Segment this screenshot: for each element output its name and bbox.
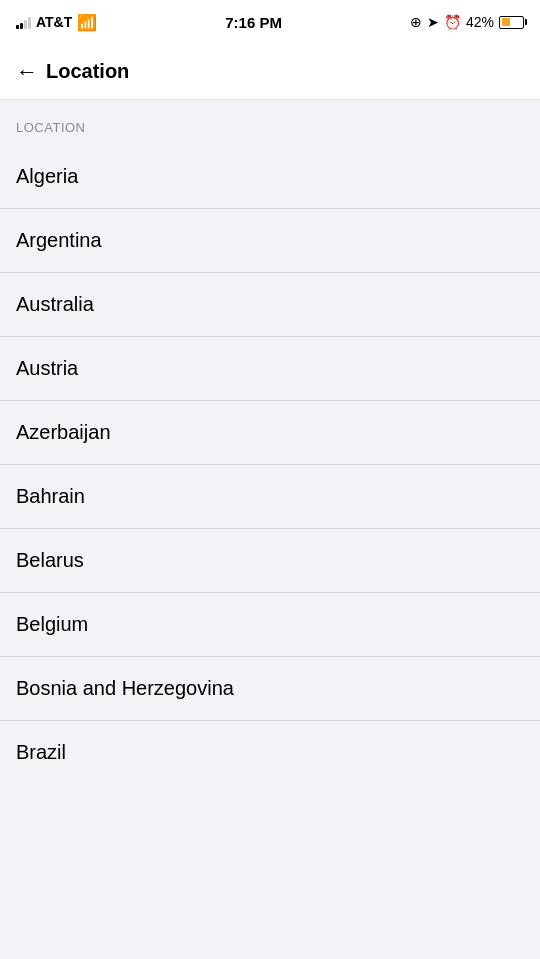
list-item[interactable]: Australia [0, 273, 540, 337]
battery-fill [502, 18, 510, 26]
wifi-icon: 📶 [77, 13, 97, 32]
list-item[interactable]: Belarus [0, 529, 540, 593]
back-button[interactable]: ← [16, 61, 38, 83]
nav-header: ← Location [0, 44, 540, 100]
status-bar: AT&T 📶 7:16 PM ⊕ ➤ ⏰ 42% [0, 0, 540, 44]
location-icon: ⊕ [410, 14, 422, 30]
battery-percent: 42% [466, 14, 494, 30]
alarm-icon: ⏰ [444, 14, 461, 30]
status-time: 7:16 PM [225, 14, 282, 31]
list-item[interactable]: Argentina [0, 209, 540, 273]
signal-bars-icon [16, 15, 31, 29]
list-item[interactable]: Algeria [0, 145, 540, 209]
page-title: Location [46, 60, 129, 83]
location-list: LOCATION AlgeriaArgentinaAustraliaAustri… [0, 100, 540, 784]
list-container: AlgeriaArgentinaAustraliaAustriaAzerbaij… [0, 145, 540, 784]
section-header: LOCATION [0, 100, 540, 145]
list-item[interactable]: Bosnia and Herzegovina [0, 657, 540, 721]
list-item[interactable]: Azerbaijan [0, 401, 540, 465]
status-left: AT&T 📶 [16, 13, 97, 32]
list-item[interactable]: Brazil [0, 721, 540, 784]
list-item[interactable]: Bahrain [0, 465, 540, 529]
list-item[interactable]: Austria [0, 337, 540, 401]
battery-indicator [499, 16, 524, 29]
battery-shell [499, 16, 524, 29]
status-right: ⊕ ➤ ⏰ 42% [410, 14, 524, 30]
list-item[interactable]: Belgium [0, 593, 540, 657]
carrier-label: AT&T [36, 14, 72, 30]
navigation-icon: ➤ [427, 14, 439, 30]
back-arrow-icon: ← [16, 61, 38, 83]
